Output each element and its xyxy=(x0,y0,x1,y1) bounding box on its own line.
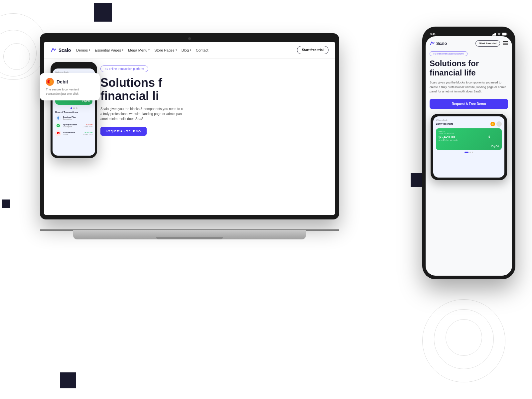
mini-phone-container: Welcome Back, Barly Vallendito 🔔 Balance… xyxy=(430,114,508,190)
mini-paypal: PayPal xyxy=(491,145,499,147)
nav-item-demos[interactable]: Demos ▾ xyxy=(76,48,90,52)
svg-point-0 xyxy=(57,124,60,127)
mini-user-icons: 🔔 xyxy=(490,121,502,127)
mobile-time: 9:41 xyxy=(430,33,436,36)
spotify-sub: Subscription xyxy=(63,126,81,128)
mini-username: Barly Vallendito xyxy=(436,123,454,125)
mini-balance-date: Today, 08 Sept 2019 xyxy=(439,132,499,134)
nav-demos-chevron: ▾ xyxy=(89,49,90,52)
hero-subtitle: Scalo gives you the blocks & components … xyxy=(100,106,184,121)
laptop-screen-inner: Scalo Demos ▾ Essential Pages ▾ Mega Men… xyxy=(44,42,335,215)
mini-phone: Welcome Back, Barly Vallendito 🔔 Balance… xyxy=(431,114,507,180)
svg-rect-13 xyxy=(503,44,508,45)
signal-icon xyxy=(492,33,496,36)
nav-logo-text: Scalo xyxy=(59,48,71,53)
phone-carousel-dots xyxy=(55,107,92,109)
youtube-amount-info: + $32.00 10 Sept 2019 xyxy=(82,131,92,135)
svg-rect-4 xyxy=(492,35,493,36)
svg-rect-11 xyxy=(503,41,508,42)
youtube-date: 10 Sept 2019 xyxy=(82,133,92,135)
hero-title: Solutions f financial li xyxy=(100,76,325,102)
mobile-hamburger-icon[interactable] xyxy=(503,41,508,46)
laptop-demo-button[interactable]: Request A Free Demo xyxy=(100,127,147,136)
youtube-sub: Income xyxy=(63,133,81,135)
youtube-info: Youtube Ads. Income xyxy=(63,131,81,135)
mini-balance-change: up by 2% from last month xyxy=(439,139,499,141)
laptop-mockup: Scalo Demos ▾ Essential Pages ▾ Mega Men… xyxy=(40,33,339,239)
phone-dot-2 xyxy=(73,107,75,109)
spotify-info: Spotify Subscr. Subscription xyxy=(63,124,81,128)
nav-items: Demos ▾ Essential Pages ▾ Mega Menu ▾ xyxy=(76,48,292,52)
mobile-logo-text: Scalo xyxy=(436,41,447,46)
mini-dot-3 xyxy=(472,152,473,153)
svg-rect-10 xyxy=(507,34,507,35)
nav-item-contact[interactable]: Contact xyxy=(196,48,208,52)
mobile-title: Solutions for financial life xyxy=(430,59,508,77)
mobile-demo-button[interactable]: Request A Free Demo xyxy=(430,99,508,109)
mobile-nav: Scalo Start free trial xyxy=(430,40,508,47)
mobile-title-line2: financial life xyxy=(430,68,476,77)
nav-start-trial-button[interactable]: Start free trial xyxy=(297,46,329,54)
mobile-nav-right: Start free trial xyxy=(475,40,508,47)
debit-popup: Debit The secure & convenient transactio… xyxy=(40,73,100,100)
mobile-trial-button[interactable]: Start free trial xyxy=(475,40,500,47)
main-container: Scalo Demos ▾ Essential Pages ▾ Mega Men… xyxy=(0,0,532,399)
debit-header: Debit xyxy=(46,78,94,86)
hero-title-line2: financial li xyxy=(100,89,325,103)
phone-dot-3 xyxy=(76,107,77,109)
nav-essential-chevron: ▾ xyxy=(122,49,123,52)
svg-rect-12 xyxy=(503,43,508,43)
mini-card-menu: ··· xyxy=(496,130,499,134)
mini-secondary-amount: $ xyxy=(488,135,490,138)
nav-item-mega[interactable]: Mega Menu ▾ xyxy=(128,48,150,52)
youtube-icon xyxy=(55,130,61,136)
mini-welcome: Welcome Back, xyxy=(436,119,502,121)
dropbox-sub: Subscription xyxy=(63,118,92,120)
debit-description: The secure & convenient transaction just… xyxy=(46,87,94,96)
nav-essential-label: Essential Pages xyxy=(95,48,121,52)
nav-item-blog[interactable]: Blog ▾ xyxy=(182,48,191,52)
deco-circle-5 xyxy=(434,309,494,369)
phone-in-laptop-notch xyxy=(67,65,80,67)
phone-transaction-spotify: Spotify Subscr. Subscription -$24.00 12 … xyxy=(55,123,92,129)
battery-icon xyxy=(502,33,507,36)
mini-dots xyxy=(436,152,502,153)
mobile-logo-icon xyxy=(430,41,435,46)
deco-square-4 xyxy=(60,372,76,388)
nav-logo: Scalo xyxy=(51,47,71,53)
deco-circle-6 xyxy=(446,319,482,356)
deco-square-2 xyxy=(2,200,10,208)
spotify-amount-info: -$24.00 12 Sept 2019 xyxy=(82,124,92,128)
debit-mastercard-icon xyxy=(46,78,54,86)
mini-balance-card: Balance Today, 08 Sept 2019 $6,420.00 up… xyxy=(436,128,502,150)
laptop-screen-outer: Scalo Demos ▾ Essential Pages ▾ Mega Men… xyxy=(40,33,339,219)
mini-dot-2 xyxy=(469,152,471,153)
mobile-screen: Scalo Start free trial #1 online transac… xyxy=(426,36,512,276)
deco-square-1 xyxy=(94,3,112,22)
svg-rect-6 xyxy=(494,33,495,36)
laptop-camera xyxy=(188,37,191,40)
mobile-notch xyxy=(459,31,479,35)
debit-title: Debit xyxy=(57,79,68,84)
spotify-icon xyxy=(55,123,61,129)
svg-rect-5 xyxy=(493,34,494,36)
nav-blog-chevron: ▾ xyxy=(190,49,191,52)
mini-phone-screen: Welcome Back, Barly Vallendito 🔔 Balance… xyxy=(433,116,504,178)
mini-avatar xyxy=(496,121,502,127)
nav-mega-label: Mega Menu xyxy=(128,48,147,52)
mini-dot-active xyxy=(465,152,468,153)
dropbox-info: Dropbox Plan Subscription xyxy=(63,116,92,120)
dropbox-icon xyxy=(55,115,61,121)
mini-bell-icon: 🔔 xyxy=(490,122,495,126)
nav-item-store[interactable]: Store Pages ▾ xyxy=(154,48,177,52)
nav-store-label: Store Pages xyxy=(154,48,175,52)
nav-mega-chevron: ▾ xyxy=(148,49,150,52)
deco-circle-4 xyxy=(422,299,505,382)
hamburger-svg xyxy=(503,41,508,45)
nav-demos-label: Demos xyxy=(76,48,88,52)
deco-circle-1 xyxy=(0,13,47,80)
deco-circle-3 xyxy=(3,43,30,70)
mobile-badge: #1 online transaction platform xyxy=(430,51,467,56)
nav-item-essential[interactable]: Essential Pages ▾ xyxy=(95,48,123,52)
svg-rect-9 xyxy=(502,33,506,35)
